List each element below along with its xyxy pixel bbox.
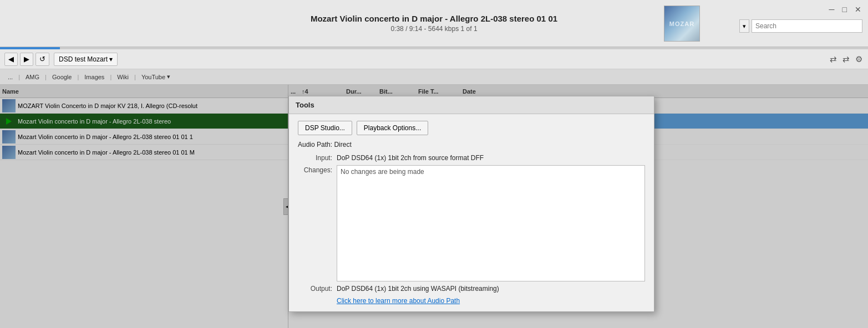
changes-row: Changes: No changes are being made	[298, 165, 645, 281]
input-row: Input: DoP DSD64 (1x) 1bit 2ch from sour…	[298, 154, 645, 162]
dialog-button-group: DSP Studio... Playback Options...	[298, 121, 645, 135]
changes-label: Changes:	[298, 165, 337, 174]
tools-dialog: Tools DSP Studio... Playback Options... …	[288, 96, 654, 312]
search-dropdown-btn[interactable]: ▾	[739, 19, 749, 33]
output-value: DoP DSD64 (1x) 1bit 2ch using WASAPI (bi…	[337, 285, 499, 293]
tab-ellipsis[interactable]: ...	[3, 72, 17, 82]
toolbar: ◀ ▶ ↺ DSD test Mozart ▾ ⇄ ⇄ ⚙	[0, 49, 868, 69]
maximize-button[interactable]: □	[842, 6, 847, 13]
progress-bar[interactable]	[0, 47, 868, 49]
tab-bar: ... | AMG | Google | Images | Wiki | You…	[0, 69, 868, 85]
output-label: Output:	[298, 285, 337, 293]
window-subtitle: 0:38 / 9:14 - 5644 kbps 1 of 1	[390, 25, 477, 33]
tab-images[interactable]: Images	[80, 72, 109, 82]
nav-label[interactable]: DSD test Mozart ▾	[54, 53, 118, 66]
progress-bar-fill	[0, 47, 60, 49]
album-art: MOZAR	[664, 6, 700, 42]
learn-more-row: Click here to learn more about Audio Pat…	[298, 297, 645, 305]
tab-youtube[interactable]: YouTube ▾	[137, 71, 175, 82]
repeat-icon[interactable]: ⇄	[829, 53, 838, 65]
input-value: DoP DSD64 (1x) 1bit 2ch from source form…	[337, 154, 484, 162]
back-button[interactable]: ◀	[4, 53, 18, 66]
toolbar-icons: ⇄ ⇄ ⚙	[829, 53, 864, 65]
dialog-title: Tools	[289, 96, 654, 114]
search-input[interactable]	[752, 19, 862, 33]
refresh-button[interactable]: ↺	[35, 53, 49, 66]
playback-options-button[interactable]: Playback Options...	[357, 121, 428, 135]
title-bar: Mozart Violin concerto in D major - Alle…	[0, 0, 868, 47]
output-row: Output: DoP DSD64 (1x) 1bit 2ch using WA…	[298, 285, 645, 293]
close-button[interactable]: ✕	[855, 6, 861, 13]
dialog-body: DSP Studio... Playback Options... Audio …	[289, 114, 654, 311]
forward-button[interactable]: ▶	[20, 53, 33, 66]
main-area: Name MOZART Violin Concerto in D major K…	[0, 85, 868, 328]
changes-value: No changes are being made	[341, 168, 424, 176]
changes-box: No changes are being made	[337, 165, 645, 281]
tab-google[interactable]: Google	[48, 72, 76, 82]
learn-more-link[interactable]: Click here to learn more about Audio Pat…	[337, 297, 460, 305]
album-art-text: MOZAR	[669, 20, 694, 27]
tab-amg[interactable]: AMG	[21, 72, 44, 82]
input-label: Input:	[298, 154, 337, 162]
search-area: ▾	[739, 19, 862, 33]
dsp-studio-button[interactable]: DSP Studio...	[298, 121, 352, 135]
settings-icon[interactable]: ⚙	[854, 53, 864, 65]
audio-path-row: Audio Path: Direct	[298, 141, 645, 148]
minimize-button[interactable]: ─	[829, 6, 835, 13]
shuffle-icon[interactable]: ⇄	[841, 53, 851, 65]
tab-wiki[interactable]: Wiki	[113, 72, 133, 82]
window-title: Mozart Violin concerto in D major - Alle…	[311, 14, 557, 23]
window-controls: ─ □ ✕	[829, 6, 861, 13]
audio-path-value: Direct	[334, 141, 351, 148]
